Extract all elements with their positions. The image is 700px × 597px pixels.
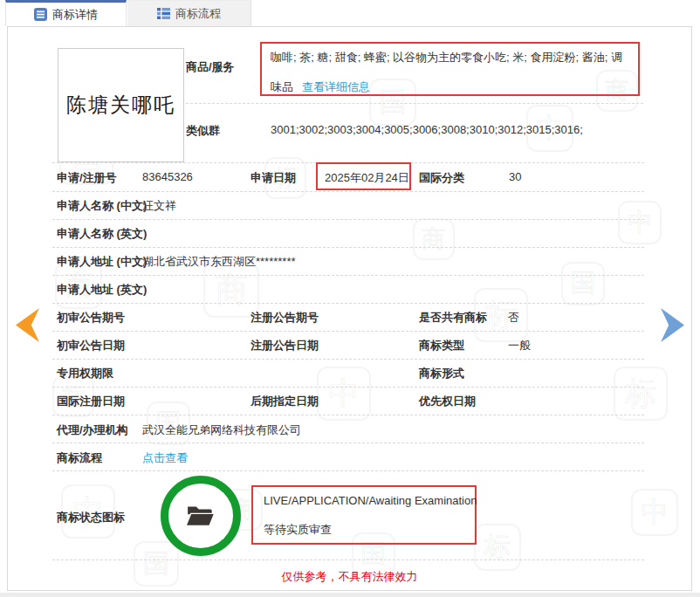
goods-label: 商品/服务 xyxy=(186,59,235,75)
row-divider xyxy=(52,275,644,276)
trademark-detail-screen: 商标详情 商标流程 中国商标中国商标中国商标中国商标中国商标中国 陈塘关哪吒 商… xyxy=(0,0,700,597)
mark-type-value: 一般 xyxy=(508,338,531,353)
reg-no-value: 83645326 xyxy=(142,170,193,183)
agency-value: 武汉全能兄弟网络科技有限公司 xyxy=(142,422,301,438)
is-shared-value: 否 xyxy=(508,310,519,326)
open-folder-icon xyxy=(182,498,219,534)
intl-class-value: 30 xyxy=(509,170,521,183)
address-cn-value: 湖北省武汉市东西湖区********* xyxy=(142,254,296,270)
reg-announce-date-label: 注册公告日期 xyxy=(250,338,319,353)
priority-date-label: 优先权日期 xyxy=(419,394,476,409)
late-designation-label: 后期指定日期 xyxy=(250,394,319,409)
similar-group-value: 3001;3002;3003;3004;3005;3006;3008;3010;… xyxy=(271,123,583,136)
first-trial-date-label: 初审公告日期 xyxy=(57,338,125,353)
row-divider xyxy=(52,191,644,192)
mark-form-label: 商标形式 xyxy=(419,366,464,381)
status-stamp xyxy=(161,476,241,556)
exclusive-period-label: 专用权期限 xyxy=(57,366,113,381)
app-date-label: 申请日期 xyxy=(250,170,296,186)
address-cn-label: 申请人地址 (中文) xyxy=(57,254,147,270)
reg-no-label: 申请/注册号 xyxy=(57,170,117,186)
prev-arrow-icon[interactable] xyxy=(16,308,39,342)
row-divider xyxy=(52,415,644,415)
disclaimer-text: 仅供参考，不具有法律效力 xyxy=(7,569,692,585)
row-divider xyxy=(52,359,644,360)
agency-label: 代理/办理机构 xyxy=(57,422,128,438)
row-divider xyxy=(52,443,644,443)
trademark-image-text: 陈塘关哪吒 xyxy=(66,92,175,119)
intl-class-label: 国际分类 xyxy=(419,170,464,186)
row-divider xyxy=(186,103,643,104)
app-date-value: 2025年02月24日 xyxy=(325,170,409,186)
next-arrow-icon[interactable] xyxy=(661,308,684,342)
row-divider xyxy=(52,303,644,304)
status-text-cn: 等待实质审查 xyxy=(264,522,332,538)
status-text-en: LIVE/APPLICATION/Awaiting Examination xyxy=(264,494,477,507)
row-divider xyxy=(52,559,644,560)
goods-detail-link[interactable]: 查看详细信息 xyxy=(302,80,370,93)
mark-type-label: 商标类型 xyxy=(419,338,464,353)
row-divider xyxy=(52,219,644,220)
intl-reg-date-label: 国际注册日期 xyxy=(57,394,125,409)
first-trial-no-label: 初审公告期号 xyxy=(57,310,125,326)
applicant-en-label: 申请人名称 (英文) xyxy=(57,226,147,242)
status-row-label: 商标状态图标 xyxy=(57,510,125,525)
address-en-label: 申请人地址 (英文) xyxy=(57,282,147,298)
row-divider xyxy=(52,247,644,248)
row-divider xyxy=(52,331,644,332)
process-row-label: 商标流程 xyxy=(57,450,102,466)
reg-announce-no-label: 注册公告期号 xyxy=(250,310,319,326)
similar-group-label: 类似群 xyxy=(186,123,220,139)
panel-content: 陈塘关哪吒 商品/服务 咖啡; 茶; 糖; 甜食; 蜂蜜; 以谷物为主的零食小吃… xyxy=(0,0,700,597)
trademark-image: 陈塘关哪吒 xyxy=(58,48,184,162)
applicant-cn-value: 汪文祥 xyxy=(142,198,176,214)
row-divider xyxy=(52,387,644,388)
goods-value-paragraph: 咖啡; 茶; 糖; 甜食; 蜂蜜; 以谷物为主的零食小吃; 米; 食用淀粉; 酱… xyxy=(271,43,630,102)
row-divider xyxy=(52,470,644,471)
process-view-link[interactable]: 点击查看 xyxy=(142,450,188,466)
applicant-cn-label: 申请人名称 (中文) xyxy=(57,198,147,214)
is-shared-label: 是否共有商标 xyxy=(419,310,487,326)
